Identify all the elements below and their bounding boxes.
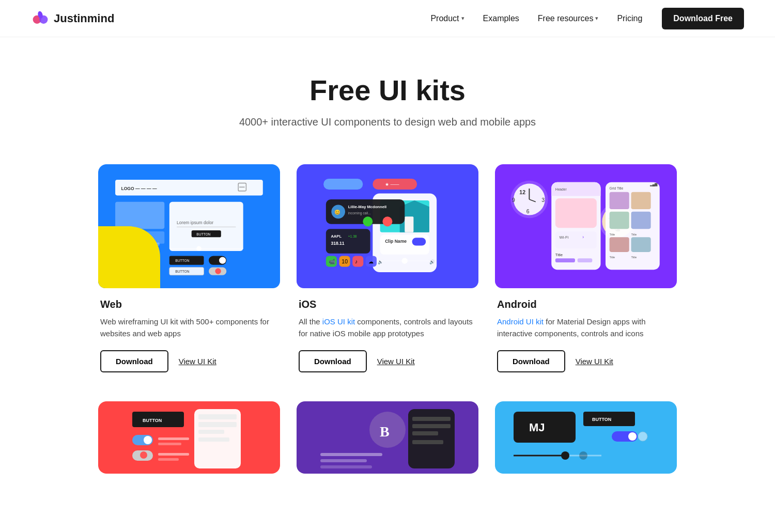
svg-rect-32 <box>405 216 413 232</box>
logo-link[interactable]: Justinmind <box>31 9 114 28</box>
svg-rect-85 <box>631 192 651 209</box>
svg-rect-48 <box>352 256 363 267</box>
svg-text:+1.38: +1.38 <box>348 234 357 238</box>
kit-grid: LOGO — — — — Lorem ipsum dolor BUTTON BU… <box>78 154 698 401</box>
kit-card-android: 12 9 3 6 Header Wi-Fi › Title <box>495 164 677 381</box>
svg-rect-106 <box>158 437 189 440</box>
kit-image-web: LOGO — — — — Lorem ipsum dolor BUTTON BU… <box>98 164 280 288</box>
kit-image-android: 12 9 3 6 Header Wi-Fi › Title <box>495 164 677 288</box>
svg-rect-13 <box>115 231 164 244</box>
svg-text:10: 10 <box>342 258 348 264</box>
download-free-button[interactable]: Download Free <box>662 8 744 29</box>
svg-point-38 <box>363 216 373 226</box>
svg-point-125 <box>628 432 637 441</box>
logo-icon <box>31 9 50 28</box>
svg-text:Header: Header <box>555 187 567 191</box>
svg-text:incoming call...: incoming call... <box>348 211 371 215</box>
svg-text:MJ: MJ <box>529 421 545 434</box>
kit-actions-web: Download View UI Kit <box>100 350 278 372</box>
android-kit-link[interactable]: Android UI kit <box>497 317 544 326</box>
svg-rect-107 <box>158 443 181 445</box>
svg-text:Lillie-May Mcdonnell: Lillie-May Mcdonnell <box>348 205 386 209</box>
svg-text:Grid Title: Grid Title <box>610 186 624 190</box>
view-kit-ios-link[interactable]: View UI Kit <box>377 357 415 366</box>
page-title: Free UI kits <box>10 73 765 107</box>
svg-rect-105 <box>140 451 147 459</box>
svg-point-39 <box>382 216 392 226</box>
svg-text:🔊: 🔊 <box>429 259 435 264</box>
kit-card-web: LOGO — — — — Lorem ipsum dolor BUTTON BU… <box>98 164 280 381</box>
svg-point-19 <box>219 257 226 263</box>
svg-rect-101 <box>198 437 229 442</box>
svg-rect-87 <box>631 211 651 228</box>
kit-desc-ios: All the iOS UI kit components, controls … <box>299 316 476 340</box>
svg-rect-71 <box>555 198 597 228</box>
svg-rect-98 <box>198 414 237 419</box>
svg-rect-7 <box>169 201 243 251</box>
kit-image-material: MJ BUTTON <box>495 401 677 474</box>
navigation: Justinmind Product ▾ Examples Free resou… <box>0 0 775 37</box>
svg-point-25 <box>196 246 202 251</box>
svg-text:Title: Title <box>555 252 563 257</box>
svg-text:BUTTON: BUTTON <box>175 259 189 262</box>
svg-text:📹: 📹 <box>329 258 336 264</box>
kit-card-body-android: Android Android UI kit for Material Desi… <box>495 288 677 381</box>
kit-card-material-partial: MJ BUTTON <box>495 401 677 474</box>
svg-rect-76 <box>555 258 575 262</box>
svg-rect-26 <box>323 179 363 190</box>
svg-point-130 <box>579 451 587 460</box>
logo-text: Justinmind <box>54 12 114 25</box>
mobile-web-partial-illustration: BUTTON <box>98 401 280 474</box>
svg-text:😊: 😊 <box>334 209 340 215</box>
nav-product[interactable]: Product ▾ <box>423 10 471 27</box>
svg-text:9: 9 <box>512 197 515 202</box>
kit-title-android: Android <box>497 299 675 310</box>
kit-card-body-web: Web Web wireframing UI kit with 500+ com… <box>98 288 280 381</box>
svg-text:3: 3 <box>541 197 545 202</box>
svg-text:›: › <box>582 234 584 240</box>
nav-pricing[interactable]: Pricing <box>610 10 649 27</box>
kit-title-ios: iOS <box>299 299 476 310</box>
android-ui-illustration: 12 9 3 6 Header Wi-Fi › Title <box>502 169 670 284</box>
svg-text:318.11: 318.11 <box>331 240 344 245</box>
svg-text:Wi-Fi: Wi-Fi <box>560 235 569 240</box>
download-ios-button[interactable]: Download <box>299 350 367 372</box>
download-web-button[interactable]: Download <box>100 350 168 372</box>
svg-text:Clip Name: Clip Name <box>385 238 407 243</box>
kit-image-ios: ★ —— 😊 Lillie-May Mcdonnell incoming cal… <box>297 164 478 288</box>
svg-text:♪: ♪ <box>355 258 358 264</box>
svg-rect-119 <box>320 465 372 468</box>
svg-text:Title: Title <box>610 256 615 259</box>
view-kit-web-link[interactable]: View UI Kit <box>179 357 216 366</box>
svg-rect-117 <box>320 453 382 456</box>
svg-rect-118 <box>320 459 367 462</box>
kit-card-body-ios: iOS All the iOS UI kit components, contr… <box>297 288 478 381</box>
nav-free-resources[interactable]: Free resources ▾ <box>531 10 606 27</box>
svg-rect-72 <box>555 231 597 248</box>
hero-section: Free UI kits 4000+ interactive UI compon… <box>0 37 775 154</box>
nav-examples[interactable]: Examples <box>476 10 526 27</box>
view-kit-android-link[interactable]: View UI Kit <box>576 357 613 366</box>
hero-subtitle: 4000+ interactive UI components to desig… <box>10 116 765 128</box>
svg-rect-100 <box>198 430 224 434</box>
download-android-button[interactable]: Download <box>497 350 565 372</box>
svg-rect-84 <box>610 192 629 209</box>
kit-card-mobile-web-partial: BUTTON <box>98 401 280 474</box>
ios-kit-link[interactable]: iOS UI kit <box>322 317 355 326</box>
svg-point-56 <box>402 258 408 263</box>
chevron-down-icon: ▾ <box>595 15 598 22</box>
chevron-down-icon: ▾ <box>461 15 464 22</box>
svg-rect-86 <box>610 211 629 228</box>
ios-ui-illustration: ★ —— 😊 Lillie-May Mcdonnell incoming cal… <box>304 169 471 284</box>
svg-text:BUTTON: BUTTON <box>175 270 189 273</box>
kit-actions-android: Download View UI Kit <box>497 350 675 372</box>
svg-text:LOGO — — — —: LOGO — — — — <box>121 186 157 191</box>
svg-text:12: 12 <box>519 190 525 195</box>
svg-point-103 <box>144 436 152 444</box>
kit-image-bootstrap: B <box>297 401 478 474</box>
svg-rect-113 <box>412 417 451 421</box>
svg-text:☁: ☁ <box>368 258 374 264</box>
svg-rect-12 <box>115 201 164 228</box>
svg-rect-15 <box>120 242 160 245</box>
svg-text:BUTTON: BUTTON <box>592 417 611 422</box>
